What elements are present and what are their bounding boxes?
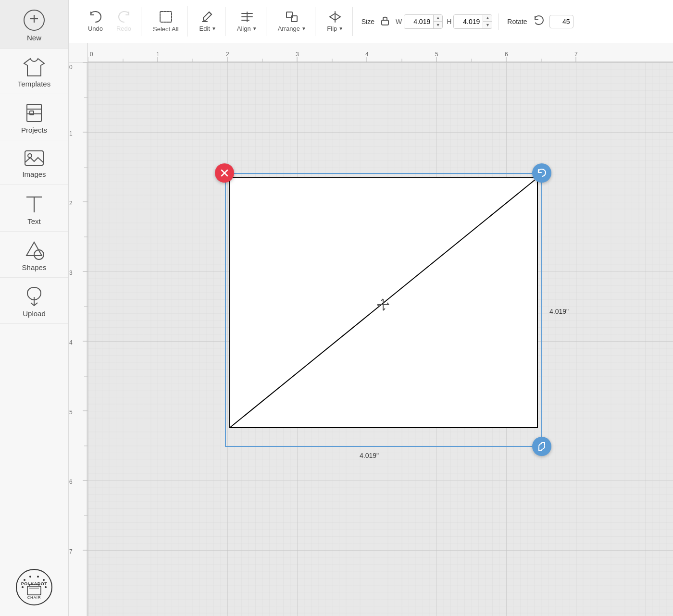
rotate-label: Rotate (507, 18, 527, 25)
flip-label-wrap: Flip ▼ (327, 25, 343, 32)
flip-icon (328, 11, 342, 23)
sidebar-item-templates[interactable]: Templates (0, 49, 68, 94)
svg-text:4: 4 (69, 339, 73, 346)
select-all-icon (159, 10, 173, 24)
align-button[interactable]: Align ▼ (232, 7, 262, 36)
height-field: H ▲ ▼ (447, 14, 492, 29)
svg-text:6: 6 (69, 479, 73, 485)
sidebar-item-projects[interactable]: Projects (0, 94, 68, 140)
svg-text:4: 4 (365, 51, 369, 58)
svg-point-17 (24, 579, 25, 581)
flip-arrow-icon: ▼ (338, 26, 343, 31)
width-input[interactable] (404, 15, 433, 28)
ruler-vertical: 0 1 2 3 4 5 6 7 (69, 62, 88, 616)
tshirt-icon (23, 58, 45, 77)
arrange-label-wrap: Arrange ▼ (278, 25, 306, 32)
width-field: W ▲ ▼ (396, 14, 443, 29)
svg-text:3: 3 (296, 51, 299, 58)
polkadot-chair-logo: POLKADOT CHAIR (15, 568, 53, 606)
arrange-button[interactable]: Arrange ▼ (273, 7, 311, 36)
svg-point-18 (29, 576, 31, 578)
sidebar-item-new-label: New (27, 34, 41, 42)
svg-text:1: 1 (69, 130, 73, 137)
height-down-button[interactable]: ▼ (483, 22, 492, 28)
align-arrow-icon: ▼ (252, 26, 257, 31)
width-spinner: ▲ ▼ (433, 15, 442, 28)
shape-element[interactable] (88, 62, 673, 616)
svg-text:2: 2 (69, 200, 73, 207)
sidebar-item-projects-label: Projects (21, 126, 47, 134)
canvas-area[interactable]: 0 1 2 3 4 5 6 7 (69, 43, 673, 616)
rotate-ccw-button[interactable] (531, 13, 547, 30)
svg-rect-33 (382, 20, 388, 25)
width-label: W (396, 18, 402, 25)
sidebar-item-new[interactable]: New (0, 0, 68, 49)
sidebar-item-images-label: Images (22, 170, 46, 178)
svg-rect-6 (25, 151, 43, 165)
sidebar-item-upload[interactable]: Upload (0, 278, 68, 324)
svg-point-7 (28, 154, 32, 158)
width-up-button[interactable]: ▲ (434, 15, 442, 22)
svg-text:6: 6 (505, 51, 508, 58)
undo-button[interactable]: Undo (82, 7, 109, 36)
edit-button[interactable]: Edit ▼ (194, 7, 221, 36)
flip-button[interactable]: Flip ▼ (322, 7, 349, 36)
rotate-handle-button[interactable] (532, 163, 551, 183)
align-label-wrap: Align ▼ (237, 25, 257, 32)
height-up-button[interactable]: ▲ (483, 15, 492, 22)
sidebar-item-templates-label: Templates (18, 80, 50, 88)
rotate-input[interactable] (549, 15, 573, 28)
flip-group: Flip ▼ (318, 7, 353, 36)
sidebar-item-shapes-label: Shapes (22, 263, 47, 271)
new-icon (24, 10, 45, 31)
undo-redo-group: Undo Redo (78, 7, 141, 36)
svg-text:3: 3 (69, 270, 73, 276)
height-spinner: ▲ ▼ (483, 15, 492, 28)
height-input-wrap: ▲ ▼ (453, 14, 492, 29)
upload-icon (24, 286, 45, 307)
x-icon (220, 169, 229, 177)
svg-point-22 (45, 586, 47, 588)
height-input[interactable] (454, 15, 483, 28)
rotate-handle-icon (537, 168, 547, 178)
align-group: Align ▼ (228, 7, 266, 36)
sidebar-item-images[interactable]: Images (0, 140, 68, 185)
delete-handle-button[interactable] (215, 163, 234, 183)
svg-text:0: 0 (90, 51, 93, 58)
svg-text:POLKADOT: POLKADOT (21, 581, 48, 586)
sidebar-item-text-label: Text (27, 217, 41, 225)
undo-icon (89, 11, 102, 23)
arrange-icon (285, 11, 299, 23)
ruler-horizontal: 0 1 2 3 4 5 6 7 (88, 43, 673, 62)
width-input-wrap: ▲ ▼ (404, 14, 443, 29)
redo-button[interactable]: Redo (111, 7, 137, 36)
resize-handle-button[interactable] (532, 437, 551, 456)
sidebar-item-upload-label: Upload (23, 309, 46, 318)
edit-arrow-icon: ▼ (212, 26, 216, 31)
svg-text:7: 7 (69, 548, 73, 555)
svg-rect-14 (27, 586, 41, 595)
svg-text:2: 2 (226, 51, 229, 58)
image-icon (24, 149, 45, 167)
lock-aspect-button[interactable] (378, 13, 392, 30)
sidebar-item-shapes[interactable]: Shapes (0, 232, 68, 278)
toolbar: Undo Redo Select All (69, 0, 673, 43)
arrange-group: Arrange ▼ (269, 7, 315, 36)
resize-handle-icon (537, 442, 547, 451)
svg-point-19 (37, 576, 39, 578)
redo-icon (117, 11, 131, 23)
rotate-field (531, 13, 573, 30)
grid-canvas[interactable]: 4.019" 4.019" (88, 62, 673, 616)
svg-rect-23 (160, 12, 172, 22)
sidebar: New Templates Projects Images Text (0, 0, 69, 616)
svg-text:5: 5 (435, 51, 438, 58)
rotate-ccw-icon (533, 15, 545, 26)
select-all-group: Select All (144, 6, 187, 37)
width-down-button[interactable]: ▼ (434, 22, 442, 28)
select-all-button[interactable]: Select All (148, 6, 183, 37)
svg-text:7: 7 (574, 51, 578, 58)
sidebar-item-text[interactable]: Text (0, 185, 68, 232)
svg-point-21 (22, 586, 24, 588)
rotate-group: Rotate (501, 13, 579, 30)
edit-icon (201, 11, 214, 23)
